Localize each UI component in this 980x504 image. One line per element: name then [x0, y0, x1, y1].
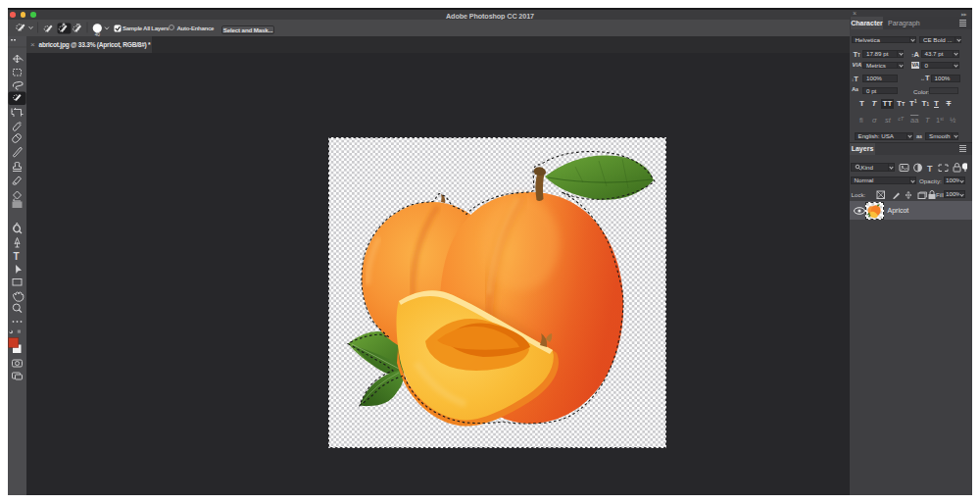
svg-text:T: T [927, 164, 933, 174]
svg-text:T: T [14, 251, 20, 262]
